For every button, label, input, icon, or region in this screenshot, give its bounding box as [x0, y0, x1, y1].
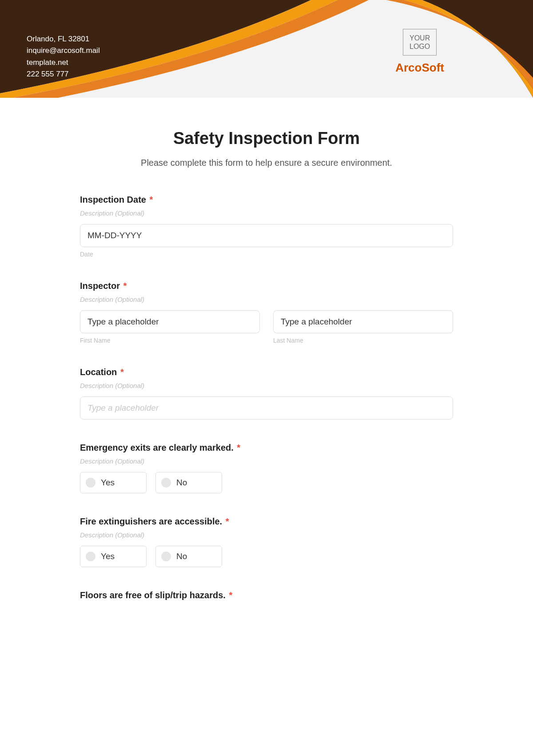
field-inspector: Inspector * Description (Optional) First…: [80, 281, 453, 344]
radio-icon: [161, 552, 171, 561]
desc-inspector: Description (Optional): [80, 296, 453, 303]
label-inspector: Inspector *: [80, 281, 453, 291]
input-location[interactable]: [80, 396, 453, 420]
header-banner: Orlando, FL 32801 inquire@arcosoft.mail …: [0, 0, 533, 98]
desc-inspection-date: Description (Optional): [80, 209, 453, 217]
brand-name: ArcoSoft: [395, 61, 444, 75]
label-floor-hazards: Floors are free of slip/trip hazards. *: [80, 590, 453, 600]
radio-icon: [86, 552, 95, 561]
label-emergency-exits: Emergency exits are clearly marked. *: [80, 443, 453, 453]
contact-block: Orlando, FL 32801 inquire@arcosoft.mail …: [27, 33, 100, 80]
label-inspection-date: Inspection Date *: [80, 195, 453, 205]
required-mark: *: [149, 195, 153, 204]
required-mark: *: [123, 281, 127, 291]
radio-icon: [161, 478, 171, 488]
input-last-name[interactable]: [273, 310, 453, 333]
radio-exits-yes[interactable]: Yes: [80, 472, 147, 493]
required-mark: *: [120, 367, 124, 377]
sublabel-last-name: Last Name: [273, 337, 453, 344]
form-container: Safety Inspection Form Please complete t…: [53, 98, 480, 623]
sublabel-first-name: First Name: [80, 337, 260, 344]
field-floor-hazards: Floors are free of slip/trip hazards. *: [80, 590, 453, 600]
contact-website: template.net: [27, 57, 100, 68]
brand-block: YOUR LOGO ArcoSoft: [395, 29, 444, 75]
sublabel-date: Date: [80, 251, 453, 258]
field-inspection-date: Inspection Date * Description (Optional)…: [80, 195, 453, 258]
radio-exits-no[interactable]: No: [155, 472, 222, 493]
radio-fire-yes[interactable]: Yes: [80, 546, 147, 567]
input-first-name[interactable]: [80, 310, 260, 333]
contact-phone: 222 555 777: [27, 68, 100, 80]
radio-icon: [86, 478, 95, 488]
label-location: Location *: [80, 367, 453, 377]
field-location: Location * Description (Optional): [80, 367, 453, 420]
field-emergency-exits: Emergency exits are clearly marked. * De…: [80, 443, 453, 493]
input-inspection-date[interactable]: [80, 224, 453, 247]
field-fire-extinguishers: Fire extinguishers are accessible. * Des…: [80, 516, 453, 567]
contact-address: Orlando, FL 32801: [27, 33, 100, 45]
required-mark: *: [229, 590, 232, 600]
radio-fire-no[interactable]: No: [155, 546, 222, 567]
desc-emergency-exits: Description (Optional): [80, 457, 453, 465]
logo-placeholder: YOUR LOGO: [403, 29, 437, 56]
form-subtitle: Please complete this form to help ensure…: [80, 158, 453, 168]
required-mark: *: [226, 516, 229, 526]
required-mark: *: [237, 443, 240, 452]
label-fire-extinguishers: Fire extinguishers are accessible. *: [80, 516, 453, 527]
desc-location: Description (Optional): [80, 382, 453, 389]
desc-fire-extinguishers: Description (Optional): [80, 531, 453, 539]
contact-email: inquire@arcosoft.mail: [27, 45, 100, 56]
form-title: Safety Inspection Form: [80, 129, 453, 148]
